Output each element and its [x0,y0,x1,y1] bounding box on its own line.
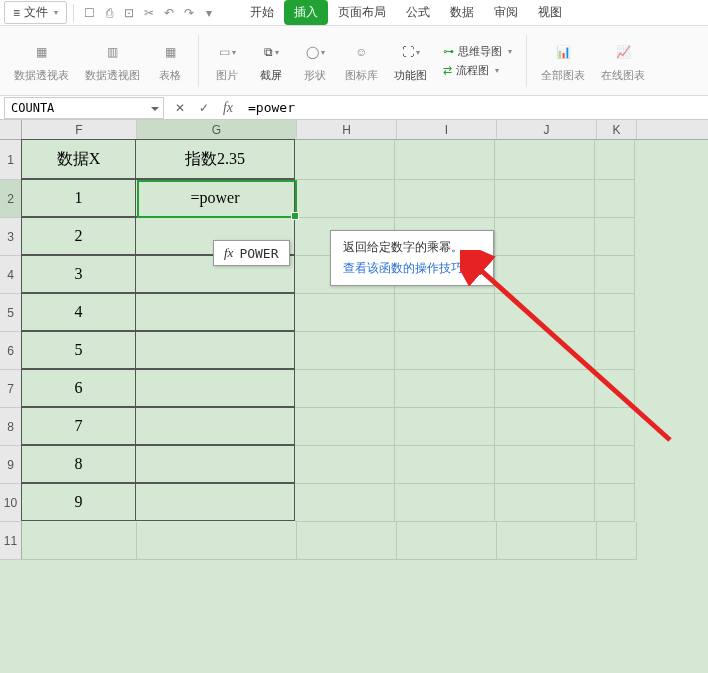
name-box[interactable]: COUNTA [4,97,164,119]
pivot-chart-button[interactable]: ▥ 数据透视图 [79,38,146,83]
cell-J11[interactable] [497,522,597,560]
formula-input[interactable]: =power [240,100,708,115]
cell-G10[interactable] [135,483,295,521]
online-charts-button[interactable]: 📈 在线图表 [595,38,651,83]
select-all-corner[interactable] [0,120,22,139]
cell-G8[interactable] [135,407,295,445]
fx-button[interactable]: fx [218,98,238,118]
cell-J2[interactable] [495,180,595,218]
cell-K10[interactable] [595,484,635,522]
col-header-I[interactable]: I [397,120,497,139]
dropdown-icon[interactable]: ▾ [200,4,218,22]
cell-H11[interactable] [297,522,397,560]
preview-icon[interactable]: ⊡ [120,4,138,22]
undo-icon[interactable]: ↶ [160,4,178,22]
cell-I7[interactable] [395,370,495,408]
row-header-10[interactable]: 10 [0,484,22,522]
cell-I6[interactable] [395,332,495,370]
cell-H6[interactable] [295,332,395,370]
cell-J7[interactable] [495,370,595,408]
cell-K9[interactable] [595,446,635,484]
mindmap-button[interactable]: ⊶ 思维导图▾ [443,44,512,59]
cell-J3[interactable] [495,218,595,256]
row-header-1[interactable]: 1 [0,140,22,180]
accept-formula-button[interactable]: ✓ [194,98,214,118]
row-header-6[interactable]: 6 [0,332,22,370]
cell-H8[interactable] [295,408,395,446]
cell-H9[interactable] [295,446,395,484]
table-button[interactable]: ▦ 表格 [150,38,190,83]
row-header-4[interactable]: 4 [0,256,22,294]
flowchart-button[interactable]: ⇄ 流程图▾ [443,63,512,78]
cell-F5[interactable]: 4 [21,293,136,331]
cell-H2[interactable] [295,180,395,218]
cell-F4[interactable]: 3 [21,255,136,293]
cell-F10[interactable]: 9 [21,483,136,521]
screenshot-button[interactable]: ⧉▾ 截屏 [251,38,291,83]
col-header-K[interactable]: K [597,120,637,139]
cell-K8[interactable] [595,408,635,446]
cell-F8[interactable]: 7 [21,407,136,445]
row-header-8[interactable]: 8 [0,408,22,446]
cut-icon[interactable]: ✂ [140,4,158,22]
save-icon[interactable]: ☐ [80,4,98,22]
cell-I10[interactable] [395,484,495,522]
tab-data[interactable]: 数据 [440,0,484,25]
cell-G1[interactable]: 指数2.35 [135,139,295,179]
file-menu[interactable]: ≡ 文件 ▾ [4,1,67,24]
cell-F9[interactable]: 8 [21,445,136,483]
cell-K3[interactable] [595,218,635,256]
cancel-formula-button[interactable]: ✕ [170,98,190,118]
cell-J6[interactable] [495,332,595,370]
cell-I9[interactable] [395,446,495,484]
picture-button[interactable]: ▭▾ 图片 [207,38,247,83]
cell-K11[interactable] [597,522,637,560]
cell-H7[interactable] [295,370,395,408]
cell-H5[interactable] [295,294,395,332]
row-header-11[interactable]: 11 [0,522,22,560]
tooltip-link[interactable]: 查看该函数的操作技巧 ▶ [343,260,481,277]
col-header-H[interactable]: H [297,120,397,139]
cell-F7[interactable]: 6 [21,369,136,407]
cell-G9[interactable] [135,445,295,483]
cell-I8[interactable] [395,408,495,446]
redo-icon[interactable]: ↷ [180,4,198,22]
cell-J8[interactable] [495,408,595,446]
cell-F1[interactable]: 数据X [21,139,136,179]
col-header-F[interactable]: F [22,120,137,139]
cell-F3[interactable]: 2 [21,217,136,255]
cell-H10[interactable] [295,484,395,522]
row-header-5[interactable]: 5 [0,294,22,332]
cell-K6[interactable] [595,332,635,370]
cell-K4[interactable] [595,256,635,294]
cell-J5[interactable] [495,294,595,332]
cell-G6[interactable] [135,331,295,369]
pivot-table-button[interactable]: ▦ 数据透视表 [8,38,75,83]
icons-button[interactable]: ☺ 图标库 [339,38,384,83]
cell-J9[interactable] [495,446,595,484]
smartart-button[interactable]: ⛶▾ 功能图 [388,38,433,83]
cell-K1[interactable] [595,140,635,180]
cell-J4[interactable] [495,256,595,294]
all-charts-button[interactable]: 📊 全部图表 [535,38,591,83]
cell-G2[interactable]: =power [135,179,295,217]
cell-H1[interactable] [295,140,395,180]
cell-G7[interactable] [135,369,295,407]
cell-K7[interactable] [595,370,635,408]
tab-home[interactable]: 开始 [240,0,284,25]
row-header-9[interactable]: 9 [0,446,22,484]
cell-F6[interactable]: 5 [21,331,136,369]
shapes-button[interactable]: ◯▾ 形状 [295,38,335,83]
cell-I1[interactable] [395,140,495,180]
cell-J1[interactable] [495,140,595,180]
cell-F2[interactable]: 1 [21,179,136,217]
row-header-2[interactable]: 2 [0,180,22,218]
tab-view[interactable]: 视图 [528,0,572,25]
cell-G5[interactable] [135,293,295,331]
tab-review[interactable]: 审阅 [484,0,528,25]
print-icon[interactable]: ⎙ [100,4,118,22]
tab-insert[interactable]: 插入 [284,0,328,25]
tab-page-layout[interactable]: 页面布局 [328,0,396,25]
cell-K2[interactable] [595,180,635,218]
cell-I11[interactable] [397,522,497,560]
